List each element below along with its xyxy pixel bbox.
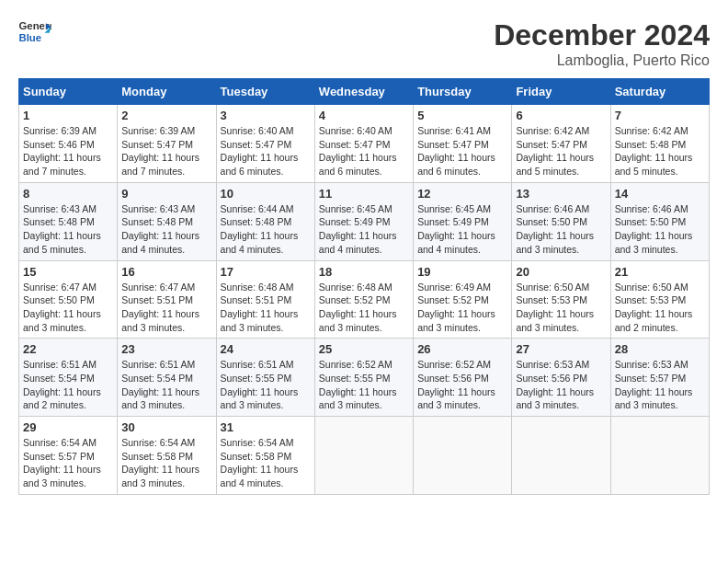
logo-icon: General Blue xyxy=(18,18,51,44)
calendar-cell: 25Sunrise: 6:52 AMSunset: 5:55 PMDayligh… xyxy=(314,339,413,417)
day-number: 26 xyxy=(417,342,507,356)
calendar-cell: 23Sunrise: 6:51 AMSunset: 5:54 PMDayligh… xyxy=(118,339,216,417)
day-number: 31 xyxy=(221,420,311,434)
day-info: Sunrise: 6:51 AMSunset: 5:55 PMDaylight:… xyxy=(221,358,311,412)
day-number: 2 xyxy=(121,109,211,122)
column-header-saturday: Saturday xyxy=(610,79,709,105)
calendar-cell: 16Sunrise: 6:47 AMSunset: 5:51 PMDayligh… xyxy=(118,260,216,339)
day-number: 25 xyxy=(319,342,409,356)
calendar-table: SundayMondayTuesdayWednesdayThursdayFrid… xyxy=(18,78,710,495)
column-header-monday: Monday xyxy=(118,79,216,105)
calendar-cell xyxy=(314,417,413,495)
day-number: 14 xyxy=(615,187,705,201)
day-number: 28 xyxy=(615,342,705,356)
day-number: 20 xyxy=(516,265,606,279)
calendar-cell: 18Sunrise: 6:48 AMSunset: 5:52 PMDayligh… xyxy=(314,260,413,339)
title-area: December 2024 Lamboglia, Puerto Rico xyxy=(494,18,710,69)
calendar-cell: 20Sunrise: 6:50 AMSunset: 5:53 PMDayligh… xyxy=(512,260,610,339)
day-info: Sunrise: 6:39 AMSunset: 5:46 PMDaylight:… xyxy=(23,124,113,178)
calendar-cell: 31Sunrise: 6:54 AMSunset: 5:58 PMDayligh… xyxy=(216,417,314,495)
day-number: 29 xyxy=(23,420,113,434)
calendar-cell: 12Sunrise: 6:45 AMSunset: 5:49 PMDayligh… xyxy=(414,182,512,260)
calendar-cell: 11Sunrise: 6:45 AMSunset: 5:49 PMDayligh… xyxy=(314,182,413,260)
calendar-cell: 8Sunrise: 6:43 AMSunset: 5:48 PMDaylight… xyxy=(19,182,118,260)
week-row-4: 22Sunrise: 6:51 AMSunset: 5:54 PMDayligh… xyxy=(19,339,710,417)
calendar-cell: 6Sunrise: 6:42 AMSunset: 5:47 PMDaylight… xyxy=(512,105,610,183)
day-info: Sunrise: 6:43 AMSunset: 5:48 PMDaylight:… xyxy=(23,202,113,257)
day-info: Sunrise: 6:54 AMSunset: 5:58 PMDaylight:… xyxy=(121,436,211,490)
week-row-2: 8Sunrise: 6:43 AMSunset: 5:48 PMDaylight… xyxy=(19,182,710,260)
day-number: 22 xyxy=(23,342,113,356)
location-title: Lamboglia, Puerto Rico xyxy=(494,52,710,69)
day-number: 7 xyxy=(615,109,705,122)
calendar-cell: 5Sunrise: 6:41 AMSunset: 5:47 PMDaylight… xyxy=(414,105,512,183)
calendar-cell: 10Sunrise: 6:44 AMSunset: 5:48 PMDayligh… xyxy=(216,182,314,260)
calendar-cell: 28Sunrise: 6:53 AMSunset: 5:57 PMDayligh… xyxy=(610,339,709,417)
day-number: 13 xyxy=(516,187,606,201)
svg-text:Blue: Blue xyxy=(19,32,42,43)
calendar-cell: 27Sunrise: 6:53 AMSunset: 5:56 PMDayligh… xyxy=(512,339,610,417)
day-info: Sunrise: 6:47 AMSunset: 5:51 PMDaylight:… xyxy=(121,281,211,335)
calendar-cell: 3Sunrise: 6:40 AMSunset: 5:47 PMDaylight… xyxy=(216,105,314,183)
calendar-cell: 21Sunrise: 6:50 AMSunset: 5:53 PMDayligh… xyxy=(610,260,709,339)
day-info: Sunrise: 6:51 AMSunset: 5:54 PMDaylight:… xyxy=(121,358,211,412)
day-number: 6 xyxy=(516,109,606,122)
week-row-5: 29Sunrise: 6:54 AMSunset: 5:57 PMDayligh… xyxy=(19,417,710,495)
day-info: Sunrise: 6:53 AMSunset: 5:56 PMDaylight:… xyxy=(516,358,606,412)
day-number: 23 xyxy=(121,342,211,356)
day-info: Sunrise: 6:42 AMSunset: 5:48 PMDaylight:… xyxy=(615,124,705,178)
day-number: 10 xyxy=(221,187,311,201)
month-title: December 2024 xyxy=(494,18,710,52)
day-info: Sunrise: 6:54 AMSunset: 5:58 PMDaylight:… xyxy=(221,436,311,490)
calendar-cell: 19Sunrise: 6:49 AMSunset: 5:52 PMDayligh… xyxy=(414,260,512,339)
calendar-cell xyxy=(610,417,709,495)
day-number: 21 xyxy=(615,265,705,279)
logo: General Blue xyxy=(18,18,51,44)
day-info: Sunrise: 6:44 AMSunset: 5:48 PMDaylight:… xyxy=(221,202,311,257)
day-number: 19 xyxy=(417,265,507,279)
day-number: 1 xyxy=(23,109,113,122)
day-number: 24 xyxy=(221,342,311,356)
column-header-sunday: Sunday xyxy=(19,79,118,105)
calendar-cell: 29Sunrise: 6:54 AMSunset: 5:57 PMDayligh… xyxy=(19,417,118,495)
day-number: 15 xyxy=(23,265,113,279)
day-info: Sunrise: 6:42 AMSunset: 5:47 PMDaylight:… xyxy=(516,124,606,178)
calendar-cell: 4Sunrise: 6:40 AMSunset: 5:47 PMDaylight… xyxy=(314,105,413,183)
day-info: Sunrise: 6:45 AMSunset: 5:49 PMDaylight:… xyxy=(319,202,409,257)
column-header-wednesday: Wednesday xyxy=(314,79,413,105)
page-header: General Blue December 2024 Lamboglia, Pu… xyxy=(18,18,710,69)
day-info: Sunrise: 6:39 AMSunset: 5:47 PMDaylight:… xyxy=(121,124,211,178)
column-header-friday: Friday xyxy=(512,79,610,105)
calendar-cell: 15Sunrise: 6:47 AMSunset: 5:50 PMDayligh… xyxy=(19,260,118,339)
calendar-cell: 2Sunrise: 6:39 AMSunset: 5:47 PMDaylight… xyxy=(118,105,216,183)
day-number: 27 xyxy=(516,342,606,356)
day-info: Sunrise: 6:46 AMSunset: 5:50 PMDaylight:… xyxy=(615,202,705,257)
calendar-cell xyxy=(414,417,512,495)
calendar-cell: 13Sunrise: 6:46 AMSunset: 5:50 PMDayligh… xyxy=(512,182,610,260)
day-info: Sunrise: 6:48 AMSunset: 5:51 PMDaylight:… xyxy=(221,281,311,335)
calendar-cell: 22Sunrise: 6:51 AMSunset: 5:54 PMDayligh… xyxy=(19,339,118,417)
day-info: Sunrise: 6:52 AMSunset: 5:56 PMDaylight:… xyxy=(417,358,507,412)
day-info: Sunrise: 6:52 AMSunset: 5:55 PMDaylight:… xyxy=(319,358,409,412)
day-info: Sunrise: 6:41 AMSunset: 5:47 PMDaylight:… xyxy=(417,124,507,178)
calendar-cell xyxy=(512,417,610,495)
calendar-header-row: SundayMondayTuesdayWednesdayThursdayFrid… xyxy=(19,79,710,105)
day-number: 30 xyxy=(121,420,211,434)
calendar-cell: 1Sunrise: 6:39 AMSunset: 5:46 PMDaylight… xyxy=(19,105,118,183)
calendar-cell: 14Sunrise: 6:46 AMSunset: 5:50 PMDayligh… xyxy=(610,182,709,260)
day-info: Sunrise: 6:53 AMSunset: 5:57 PMDaylight:… xyxy=(615,358,705,412)
day-info: Sunrise: 6:50 AMSunset: 5:53 PMDaylight:… xyxy=(516,281,606,335)
calendar-cell: 26Sunrise: 6:52 AMSunset: 5:56 PMDayligh… xyxy=(414,339,512,417)
calendar-cell: 9Sunrise: 6:43 AMSunset: 5:48 PMDaylight… xyxy=(118,182,216,260)
day-number: 5 xyxy=(417,109,507,122)
day-number: 3 xyxy=(221,109,311,122)
day-info: Sunrise: 6:40 AMSunset: 5:47 PMDaylight:… xyxy=(221,124,311,178)
calendar-body: 1Sunrise: 6:39 AMSunset: 5:46 PMDaylight… xyxy=(19,105,710,495)
day-info: Sunrise: 6:50 AMSunset: 5:53 PMDaylight:… xyxy=(615,281,705,335)
day-number: 16 xyxy=(121,265,211,279)
column-header-tuesday: Tuesday xyxy=(216,79,314,105)
day-info: Sunrise: 6:54 AMSunset: 5:57 PMDaylight:… xyxy=(23,436,113,490)
day-info: Sunrise: 6:47 AMSunset: 5:50 PMDaylight:… xyxy=(23,281,113,335)
day-info: Sunrise: 6:40 AMSunset: 5:47 PMDaylight:… xyxy=(319,124,409,178)
day-number: 8 xyxy=(23,187,113,201)
